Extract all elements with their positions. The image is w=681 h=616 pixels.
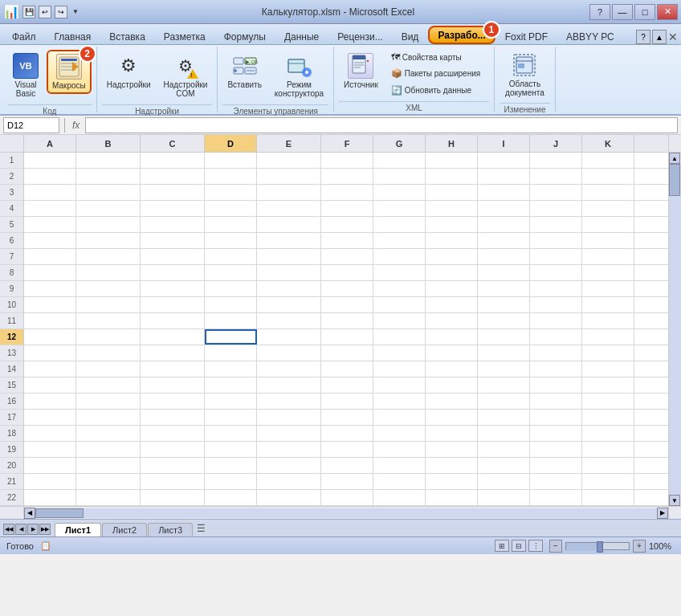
cell-J4[interactable]: [530, 201, 582, 216]
maximize-btn[interactable]: □: [634, 4, 655, 20]
cell-D18[interactable]: [205, 426, 257, 441]
cell-F9[interactable]: [321, 281, 373, 296]
tab-formulas[interactable]: Формулы: [215, 28, 275, 44]
cell-C17[interactable]: [141, 410, 205, 425]
cell-I13[interactable]: [478, 345, 530, 361]
row-number-17[interactable]: 17: [0, 410, 24, 425]
cell-F19[interactable]: [321, 442, 373, 457]
cell-D2[interactable]: [205, 169, 257, 184]
cell-F21[interactable]: [321, 474, 373, 489]
cell-D12[interactable]: [205, 329, 257, 345]
cell-D14[interactable]: [205, 361, 257, 377]
cell-F20[interactable]: [321, 458, 373, 473]
cell-A12[interactable]: [24, 329, 76, 345]
col-header-a[interactable]: A: [24, 135, 76, 152]
cell-C3[interactable]: [141, 185, 205, 200]
row-number-19[interactable]: 19: [0, 442, 24, 457]
cell-E22[interactable]: [257, 490, 321, 505]
cell-A2[interactable]: [24, 169, 76, 184]
cell-H8[interactable]: [426, 265, 478, 280]
cell-H15[interactable]: [426, 377, 478, 393]
cell-I8[interactable]: [478, 265, 530, 280]
cell-D15[interactable]: [205, 377, 257, 393]
col-header-b[interactable]: B: [76, 135, 141, 152]
cell-E2[interactable]: [257, 169, 321, 184]
cell-D13[interactable]: [205, 345, 257, 361]
cell-D6[interactable]: [205, 233, 257, 248]
refresh-button[interactable]: 🔄 Обновить данные: [386, 83, 485, 98]
zoom-slider[interactable]: [565, 542, 630, 550]
map-props-button[interactable]: 🗺 Свойства карты: [386, 50, 485, 64]
cell-H1[interactable]: [426, 153, 478, 168]
cell-J19[interactable]: [530, 442, 582, 457]
cell-I12[interactable]: [478, 329, 530, 345]
cell-K14[interactable]: [582, 361, 634, 377]
cell-K11[interactable]: [582, 313, 634, 328]
tab-data[interactable]: Данные: [275, 28, 328, 44]
cell-A21[interactable]: [24, 474, 76, 489]
cell-K18[interactable]: [582, 426, 634, 441]
cell-E1[interactable]: [257, 153, 321, 168]
cell-D20[interactable]: [205, 458, 257, 473]
cell-J10[interactable]: [530, 297, 582, 312]
sheet-tab-3[interactable]: Лист3: [148, 523, 193, 536]
cell-H10[interactable]: [426, 297, 478, 312]
cell-I14[interactable]: [478, 361, 530, 377]
cell-D10[interactable]: [205, 297, 257, 312]
qa-dropdown[interactable]: ▼: [71, 6, 80, 18]
row-number-7[interactable]: 7: [0, 249, 24, 264]
cell-B3[interactable]: [76, 185, 141, 200]
cell-F18[interactable]: [321, 426, 373, 441]
cell-E15[interactable]: [257, 377, 321, 393]
cell-J14[interactable]: [530, 361, 582, 377]
cell-G2[interactable]: [373, 169, 426, 184]
design-mode-button[interactable]: Режимконструктора: [270, 50, 328, 101]
tab-file[interactable]: Файл: [3, 28, 45, 44]
cell-D11[interactable]: [205, 313, 257, 328]
cell-E6[interactable]: [257, 233, 321, 248]
cell-I9[interactable]: [478, 281, 530, 296]
view-normal-btn[interactable]: ⊞: [495, 540, 509, 552]
scrollbar-vertical[interactable]: ▲ ▼: [668, 153, 681, 506]
cell-K10[interactable]: [582, 297, 634, 312]
cell-E20[interactable]: [257, 458, 321, 473]
cell-F10[interactable]: [321, 297, 373, 312]
qa-save[interactable]: 💾: [22, 6, 35, 18]
cell-J17[interactable]: [530, 410, 582, 425]
cell-D8[interactable]: [205, 265, 257, 280]
cell-K1[interactable]: [582, 153, 634, 168]
addins-com-button[interactable]: ⚙ НадстройкиCOM: [159, 50, 213, 101]
cell-D5[interactable]: [205, 217, 257, 232]
row-number-16[interactable]: 16: [0, 394, 24, 409]
sheet-nav-last[interactable]: ▶▶: [39, 524, 51, 535]
cell-G18[interactable]: [373, 426, 426, 441]
cell-C4[interactable]: [141, 201, 205, 216]
row-number-15[interactable]: 15: [0, 377, 24, 393]
cell-I10[interactable]: [478, 297, 530, 312]
cell-F22[interactable]: [321, 490, 373, 505]
cell-I22[interactable]: [478, 490, 530, 505]
cell-K20[interactable]: [582, 458, 634, 473]
sheet-nav-next[interactable]: ▶: [27, 524, 39, 535]
cell-B11[interactable]: [76, 313, 141, 328]
cell-I1[interactable]: [478, 153, 530, 168]
cell-G5[interactable]: [373, 217, 426, 232]
cell-H16[interactable]: [426, 394, 478, 409]
cell-F7[interactable]: [321, 249, 373, 264]
cell-F13[interactable]: [321, 345, 373, 361]
cell-G15[interactable]: [373, 377, 426, 393]
cell-G9[interactable]: [373, 281, 426, 296]
cell-E7[interactable]: [257, 249, 321, 264]
cell-C19[interactable]: [141, 442, 205, 457]
cell-J15[interactable]: [530, 377, 582, 393]
cell-C22[interactable]: [141, 490, 205, 505]
cell-D3[interactable]: [205, 185, 257, 200]
tab-view[interactable]: Вид: [393, 28, 428, 44]
cell-B18[interactable]: [76, 426, 141, 441]
cell-G16[interactable]: [373, 394, 426, 409]
cell-C5[interactable]: [141, 217, 205, 232]
cell-E21[interactable]: [257, 474, 321, 489]
cell-A11[interactable]: [24, 313, 76, 328]
cell-A8[interactable]: [24, 265, 76, 280]
cell-J5[interactable]: [530, 217, 582, 232]
